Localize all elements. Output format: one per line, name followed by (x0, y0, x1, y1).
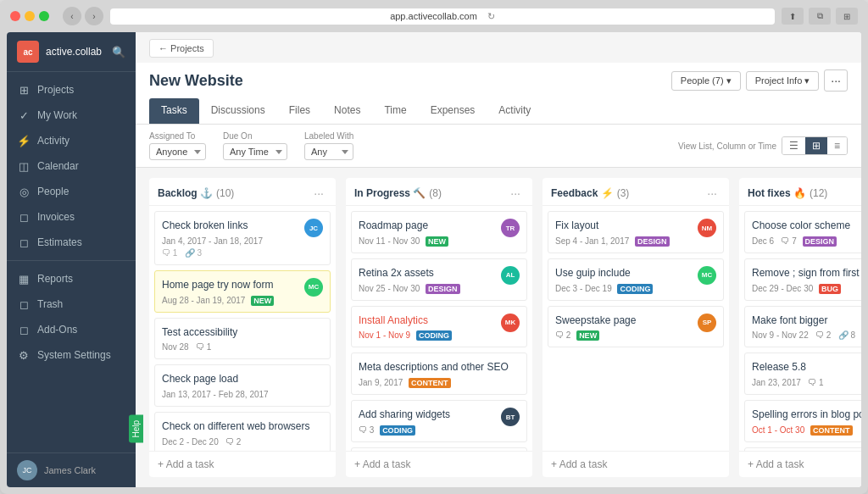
task-badges: 🗨 1 🔗 3 (162, 248, 263, 258)
column-backlog-more[interactable]: ··· (310, 186, 327, 200)
tab-notes[interactable]: Notes (322, 98, 372, 124)
minimize-btn[interactable] (25, 11, 35, 21)
tab-discussions[interactable]: Discussions (199, 98, 277, 124)
sidebar-item-add-ons[interactable]: ◻ Add-Ons (7, 317, 136, 342)
sidebar-item-activity[interactable]: ⚡ Activity (7, 128, 136, 153)
sidebar-item-projects[interactable]: ⊞ Projects (7, 77, 136, 103)
column-backlog-tasks: Check broken links Jan 4, 2017 - Jan 18,… (149, 206, 336, 451)
sidebar-item-label: Calendar (37, 160, 79, 172)
task-card[interactable]: Retina 2x assets Nov 25 - Nov 30 DESIGN … (351, 258, 527, 301)
task-dates: Oct 1 - Oct 30 CONTENT (752, 425, 861, 435)
column-feedback-tasks: Fix layout Sep 4 - Jan 1, 2017 DESIGN NM… (542, 206, 729, 451)
sidebar-item-label: System Settings (37, 349, 111, 361)
view-btns: ☰ ⊞ ≡ (782, 136, 848, 155)
task-card[interactable]: Home page try now form Aug 28 - Jan 19, … (154, 270, 331, 313)
add-ons-icon: ◻ (17, 323, 31, 336)
tab-tasks[interactable]: Tasks (149, 98, 199, 124)
task-dates: 🗨 2 NEW (555, 330, 636, 340)
task-card[interactable]: Check on different web browsers Dec 2 - … (154, 412, 331, 451)
column-view-btn[interactable]: ⊞ (805, 137, 827, 154)
add-task-backlog-btn[interactable]: + Add a task (149, 451, 336, 477)
tab-icon[interactable]: ⧉ (809, 8, 831, 25)
task-dates: Aug 28 - Jan 19, 2017 NEW (162, 296, 274, 305)
address-bar[interactable]: app.activecollab.com ↻ (110, 8, 775, 25)
app-logo-icon: ac (17, 41, 39, 63)
sidebar-item-system-settings[interactable]: ⚙ System Settings (7, 342, 136, 368)
sidebar-item-my-work[interactable]: ✓ My Work (7, 103, 136, 128)
task-card[interactable]: Test accessibility Nov 28 🗨 1 (154, 318, 331, 360)
due-on-filter: Due On Any Time (223, 131, 287, 160)
add-task-hot-fixes-btn[interactable]: + Add a task (739, 451, 861, 477)
task-title: Spelling errors in blog post (752, 408, 861, 422)
sidebar-item-people[interactable]: ◎ People (7, 179, 136, 204)
task-card[interactable]: Release 5.8 Jan 23, 2017 🗨 1 (744, 352, 861, 395)
column-in-progress-more[interactable]: ··· (507, 186, 524, 200)
time-view-btn[interactable]: ≡ (827, 137, 847, 154)
close-btn[interactable] (10, 11, 20, 21)
task-card[interactable]: Choose color scheme Dec 6 🗨 7 DESIGN (744, 211, 861, 253)
task-title: Check page load (162, 372, 323, 386)
task-card[interactable]: Make font bigger Nov 9 - Nov 22 🗨 2 🔗 8 … (744, 306, 861, 348)
sidebar-item-trash[interactable]: ◻ Trash (7, 291, 136, 317)
list-view-btn[interactable]: ☰ (782, 137, 805, 154)
column-feedback: Feedback ⚡ (3) ··· Fix layout Sep 4 - Ja… (542, 178, 729, 477)
task-title: Meta descriptions and other SEO (359, 360, 520, 375)
task-dates: Jan 23, 2017 🗨 1 (752, 378, 861, 387)
task-card[interactable]: Sweepstake page 🗨 2 NEW SP (548, 306, 724, 348)
task-card[interactable]: Roadmap page Nov 11 - Nov 30 NEW TR (351, 211, 527, 253)
column-feedback-more[interactable]: ··· (704, 186, 721, 200)
maximize-btn[interactable] (39, 11, 49, 21)
project-info-btn[interactable]: Project Info ▾ (746, 71, 820, 91)
sidebar-logo: ac active.collab 🔍 (7, 32, 136, 72)
task-card[interactable]: Check page load Jan 13, 2017 - Feb 28, 2… (154, 364, 331, 407)
avatar: MC (698, 266, 716, 285)
task-title: Check broken links (162, 219, 263, 233)
sidebar-item-label: Reports (37, 273, 73, 285)
forward-nav-btn[interactable]: › (85, 7, 103, 25)
task-card[interactable]: Spelling errors in blog post Oct 1 - Oct… (744, 400, 861, 442)
sidebar-item-calendar[interactable]: ◫ Calendar (7, 153, 136, 179)
task-title: Sweepstake page (555, 314, 636, 328)
sidebar-item-label: Trash (37, 298, 63, 310)
back-nav-btn[interactable]: ‹ (63, 7, 81, 25)
help-tab[interactable]: Help (129, 415, 143, 443)
add-task-feedback-btn[interactable]: + Add a task (542, 451, 729, 477)
task-title: Roadmap page (359, 219, 448, 233)
task-card[interactable]: Add sharing widgets 🗨 3 CODING BT (351, 400, 527, 442)
back-to-projects-btn[interactable]: ← Projects (149, 39, 214, 58)
avatar: BT (501, 408, 520, 426)
user-name: James Clark (44, 465, 96, 475)
assigned-to-select[interactable]: Anyone (149, 143, 206, 160)
reports-icon: ▦ (17, 272, 31, 286)
assigned-to-label: Assigned To (149, 131, 206, 141)
project-more-btn[interactable]: ··· (824, 69, 848, 92)
task-card[interactable]: Use guip include Dec 3 - Dec 19 CODING M… (548, 258, 724, 301)
people-btn[interactable]: People (7) ▾ (671, 71, 741, 91)
share-icon[interactable]: ⬆ (782, 8, 804, 25)
labeled-with-select[interactable]: Any (304, 143, 353, 160)
column-in-progress: In Progress 🔨 (8) ··· Roadmap page Nov 1… (346, 178, 532, 477)
tab-files[interactable]: Files (277, 98, 322, 124)
search-icon[interactable]: 🔍 (112, 46, 125, 58)
sidebar-item-estimates[interactable]: ◻ Estimates (7, 230, 136, 255)
task-card[interactable]: Fix layout Sep 4 - Jan 1, 2017 DESIGN NM (548, 211, 724, 253)
sidebar-item-label: Estimates (37, 236, 82, 248)
task-card[interactable]: Remove ; sign from first h1 Dec 29 - Dec… (744, 258, 861, 301)
task-card[interactable]: Check broken links Jan 4, 2017 - Jan 18,… (154, 211, 331, 265)
estimates-icon: ◻ (17, 236, 31, 249)
reload-icon[interactable]: ↻ (487, 11, 495, 22)
labeled-with-filter: Labeled With Any (304, 131, 353, 160)
sidebar-item-reports[interactable]: ▦ Reports (7, 266, 136, 291)
project-title: New Website (149, 72, 243, 90)
extensions-icon[interactable]: ⊞ (836, 8, 858, 25)
task-title: Install Analytics (359, 314, 452, 328)
task-card[interactable]: Meta descriptions and other SEO Jan 9, 2… (351, 352, 527, 395)
tab-expenses[interactable]: Expenses (419, 98, 487, 124)
task-card[interactable]: Install Analytics Nov 1 - Nov 9 CODING M… (351, 306, 527, 348)
sidebar-item-invoices[interactable]: ◻ Invoices (7, 204, 136, 230)
add-task-inprogress-btn[interactable]: + Add a task (346, 451, 532, 477)
tab-time[interactable]: Time (372, 98, 418, 124)
task-dates: Dec 3 - Dec 19 CODING (555, 284, 653, 293)
due-on-select[interactable]: Any Time (223, 143, 287, 160)
tab-activity[interactable]: Activity (487, 98, 542, 124)
